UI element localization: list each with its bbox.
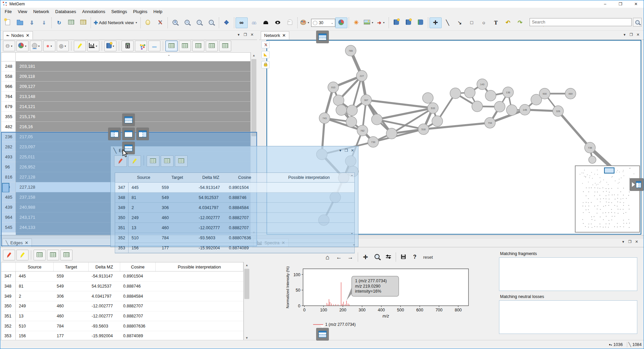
graph-node[interactable]	[464, 87, 475, 98]
cell[interactable]: 460	[159, 213, 196, 223]
save-figure-button[interactable]	[398, 252, 408, 262]
table-view-2-button[interactable]	[47, 250, 59, 260]
open-project-button[interactable]	[14, 17, 26, 28]
graph-node[interactable]: 739	[368, 137, 379, 147]
table-row[interactable]: 35113460-12.0027770.8882707	[115, 223, 354, 233]
layout-button[interactable]: ✳	[350, 17, 362, 28]
cell[interactable]	[156, 301, 243, 311]
graph-node[interactable]: 533	[428, 103, 438, 113]
cell[interactable]: 0.888746	[120, 282, 156, 292]
hide-isolated-nodes-button[interactable]: ⊖▼	[3, 41, 15, 51]
tab-network[interactable]: Network ✕	[261, 31, 289, 40]
table-row[interactable]: 34923064.03417970.8884584	[115, 203, 354, 213]
graph-node[interactable]: 367	[361, 95, 371, 105]
cell[interactable]	[263, 183, 354, 193]
bottom-dock-float-button[interactable]: ❐	[627, 239, 633, 244]
edges-scrollbar-thumb[interactable]	[244, 269, 249, 299]
edges-table-header[interactable]: SourceTargetDelta MZCosinePossible inter…	[1, 262, 243, 271]
cell[interactable]: 510	[16, 321, 54, 331]
cell[interactable]: 306	[54, 291, 89, 301]
mz-cell[interactable]: 214,121	[16, 102, 250, 112]
annotation-ellipse-button[interactable]: ○	[478, 17, 490, 28]
row-header[interactable]: 348	[115, 193, 129, 203]
column-header[interactable]: Cosine	[226, 173, 263, 182]
table-row[interactable]: 352510784-93.56030.88807636	[115, 233, 354, 243]
close-button[interactable]: ✕	[628, 0, 644, 8]
network-dock-menu-button[interactable]: ▾	[621, 32, 628, 37]
table-view-4-button[interactable]	[206, 41, 218, 51]
table-row[interactable]: 352510784-93.56030.88807636	[1, 321, 243, 331]
cell[interactable]: -93.5603	[89, 321, 120, 331]
table-view-3-button[interactable]	[60, 250, 72, 260]
cell[interactable]: 81	[129, 193, 159, 203]
row-header[interactable]: 347	[1, 271, 16, 282]
graph-node[interactable]	[432, 116, 443, 127]
dock-indicator-bottom-area[interactable]	[316, 328, 329, 341]
show-neighbors-button[interactable]: ⌂⌂	[248, 17, 260, 28]
resize-grip-icon[interactable]: ⌄	[353, 242, 355, 246]
cell[interactable]: 460	[54, 301, 89, 311]
row-header[interactable]: 348	[1, 282, 16, 292]
graph-node[interactable]	[371, 114, 382, 125]
cell[interactable]	[156, 291, 243, 301]
dock-indicator-network-top[interactable]	[316, 31, 329, 43]
table-view-1-button[interactable]	[34, 250, 46, 260]
highlight-selection-button[interactable]	[74, 41, 86, 51]
save-project-as-button[interactable]: ⇓	[38, 17, 50, 28]
row-header[interactable]: 353	[1, 331, 16, 341]
graph-node[interactable]	[336, 105, 347, 115]
find-standards-button[interactable]: ▼	[104, 41, 116, 51]
cell[interactable]	[156, 321, 243, 331]
cell[interactable]: 445	[129, 183, 159, 193]
floating-close-button[interactable]: ✕	[349, 148, 355, 153]
zoom-in-button[interactable]: +	[169, 17, 181, 28]
table-row[interactable]: 347445559-54.9131470.8901504	[115, 183, 354, 193]
graph-node[interactable]: 743	[319, 113, 330, 123]
scroll-up-icon[interactable]: ▲	[251, 52, 257, 58]
graph-node[interactable]: 762	[357, 125, 368, 136]
row-header[interactable]: 353	[115, 243, 129, 253]
dock-indicator-left[interactable]	[108, 128, 121, 140]
zoom-out-button[interactable]: −	[181, 17, 193, 28]
cell[interactable]: 0.8882707	[226, 213, 263, 223]
bottom-dock-close-button[interactable]: ✕	[633, 239, 640, 244]
network-tab-close-icon[interactable]: ✕	[282, 33, 286, 38]
cell[interactable]: 559	[54, 271, 89, 282]
dock-indicator-right-edge[interactable]	[630, 178, 644, 191]
graph-node[interactable]	[472, 101, 483, 112]
cell[interactable]: 54.912537	[196, 193, 226, 203]
column-header[interactable]: Source	[129, 173, 159, 182]
floating-edges-table[interactable]: SourceTargetDelta MZCosinePossible inter…	[115, 172, 355, 253]
cell[interactable]	[156, 311, 243, 321]
add-network-view-button[interactable]: ✚Add Network view▼	[92, 17, 139, 28]
annotation-rect-button[interactable]: □	[466, 17, 478, 28]
dock-indicator-right[interactable]	[136, 128, 149, 140]
column-header[interactable]: Possible interpretation	[263, 173, 354, 182]
cell[interactable]: 156	[129, 243, 159, 253]
cell[interactable]: 13	[16, 311, 54, 321]
column-header[interactable]	[1, 262, 16, 271]
cell[interactable]: 54.912537	[89, 282, 120, 292]
search-spectrum-button[interactable]	[142, 17, 154, 28]
cell[interactable]: 784	[159, 233, 196, 243]
graph-node[interactable]: 900	[539, 88, 550, 99]
floating-menu-button[interactable]: ▾	[337, 148, 343, 153]
row-header[interactable]: 352	[1, 321, 16, 331]
cell[interactable]: 2	[16, 291, 54, 301]
cell[interactable]: 460	[159, 223, 196, 233]
highlight-yellow-button[interactable]	[16, 250, 29, 260]
cell[interactable]: 177	[159, 243, 196, 253]
table-row[interactable]: 966209,127	[1, 82, 250, 92]
cell[interactable]: 0.8874089	[120, 331, 156, 341]
graph-node[interactable]	[494, 101, 505, 112]
cell[interactable]: 549	[54, 282, 89, 292]
table-row[interactable]: 350249460-12.0027770.8882707	[1, 301, 243, 311]
table-view-2-button[interactable]	[161, 155, 174, 167]
cell[interactable]: 460	[54, 311, 89, 321]
matching-fragments-box[interactable]	[499, 257, 637, 291]
table-view-1-button[interactable]	[147, 155, 159, 167]
graph-edge[interactable]	[558, 111, 590, 148]
network-dock-close-button[interactable]: ✕	[635, 32, 641, 37]
column-header[interactable]: Delta MZ	[89, 262, 120, 271]
preferences-button[interactable]	[154, 17, 166, 28]
